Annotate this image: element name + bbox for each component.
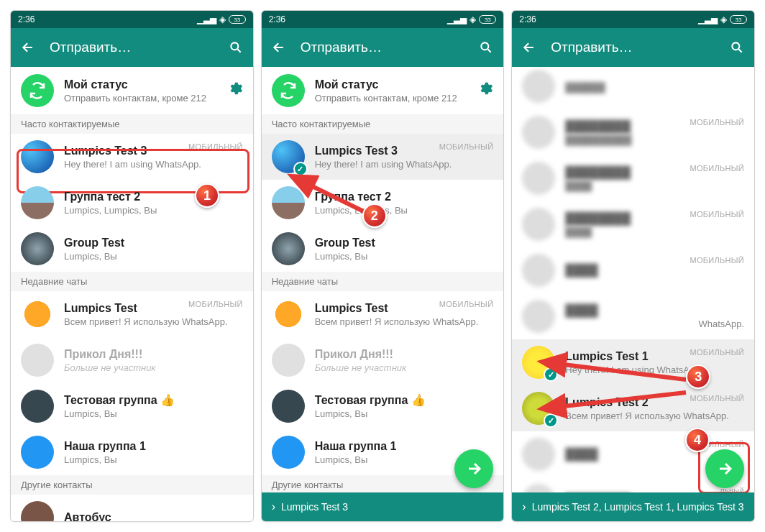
app-header: Отправить… (262, 28, 504, 67)
section-recent: Недавние чаты (262, 272, 504, 291)
chevron-right-icon: › (522, 500, 526, 513)
avatar (272, 390, 305, 423)
tag-mobile: МОБИЛЬНЫЙ (690, 394, 744, 403)
wifi-icon: ◈ (469, 14, 476, 24)
contact-lumpics-test-3-selected[interactable]: ✓ Lumpics Test 3 Hey there! I am using W… (262, 134, 504, 180)
contact-blurred[interactable]: ████WhatsApp. (512, 293, 754, 339)
phone-screenshot-3: 2:36 ▁▃▅ ◈ 33 Отправить… ██████ ████████… (511, 10, 755, 522)
tag-mobile: МОБИЛЬНЫЙ (439, 300, 494, 308)
contact-blurred[interactable]: ████████████ МОБИЛЬНЫЙ (512, 201, 754, 247)
contact-group-test[interactable]: Group Test Lumpics, Вы (11, 226, 253, 272)
contact-prikol[interactable]: Прикол Дня!!! Больше не участник (11, 337, 253, 383)
blurred-text: ████ (565, 264, 744, 277)
search-icon[interactable] (227, 39, 244, 56)
blurred-text: ██████ (565, 82, 744, 93)
status-bar: 2:36 ▁▃▅ ◈ 33 (512, 11, 754, 28)
avatar (21, 501, 54, 521)
my-status-sub: Отправить контактам, кроме 212 (315, 93, 468, 104)
status-refresh-icon (21, 74, 54, 107)
gear-icon[interactable] (227, 81, 243, 101)
avatar (21, 232, 54, 265)
contact-status: Больше не участник (64, 362, 243, 373)
section-frequent: Часто контактируемые (262, 114, 504, 134)
status-right: ▁▃▅ ◈ 33 (197, 14, 246, 24)
my-status-title: Мой статус (315, 78, 468, 91)
tag-mobile: МОБИЛЬНЫЙ (188, 300, 243, 308)
contact-status: Lumpics, Lumpics, Вы (64, 205, 243, 216)
avatar (21, 344, 54, 377)
contact-our-group-1[interactable]: Наша группа 1 Lumpics, Вы (11, 429, 253, 475)
avatar: ✓ (272, 140, 305, 173)
contact-name: Group Test (64, 237, 243, 249)
contact-status: Lumpics, Вы (315, 408, 494, 419)
svg-point-3 (732, 42, 739, 50)
contact-lumpics-test[interactable]: Lumpics Test Всем привет! Я использую Wh… (262, 291, 504, 337)
section-other: Другие контакты (11, 475, 253, 495)
contact-blurred[interactable]: ██████ (512, 67, 754, 109)
check-badge-icon: ✓ (293, 162, 308, 176)
avatar (522, 162, 555, 195)
red-arrow-3b (549, 389, 693, 425)
svg-line-4 (558, 364, 686, 380)
my-status-row[interactable]: Мой статус Отправить контактам, кроме 21… (11, 67, 253, 114)
svg-point-1 (482, 42, 489, 50)
gear-icon[interactable] (477, 81, 493, 101)
phone2-body: Мой статус Отправить контактам, кроме 21… (262, 67, 504, 521)
contact-name: Прикол Дня!!! (64, 348, 243, 361)
my-status-title: Мой статус (64, 78, 217, 91)
send-fab[interactable] (454, 449, 493, 488)
app-header: Отправить… (512, 28, 754, 67)
contact-lumpics-test[interactable]: Lumpics Test Всем привет! Я использую Wh… (11, 291, 253, 337)
contact-group-test[interactable]: Group Test Lumpics, Вы (262, 226, 504, 272)
avatar (272, 436, 305, 469)
avatar (522, 438, 555, 471)
status-refresh-icon (272, 74, 305, 107)
contact-name: Автобус (64, 511, 243, 521)
phone1-body: Мой статус Отправить контактам, кроме 21… (11, 67, 253, 521)
back-icon[interactable] (270, 39, 288, 56)
search-icon[interactable] (477, 39, 495, 56)
contact-status: Всем привет! Я использую WhatsApp. (315, 316, 494, 327)
signal-icon: ▁▃▅ (197, 14, 216, 24)
contact-autobus[interactable]: Автобус (11, 495, 253, 521)
svg-line-2 (306, 183, 370, 214)
contact-test-group[interactable]: Тестовая группа 👍 Lumpics, Вы (11, 383, 253, 429)
back-icon[interactable] (521, 39, 538, 56)
contact-prikol[interactable]: Прикол Дня!!! Больше не участник (262, 337, 504, 383)
tag-mobile: МОБИЛЬНЫЙ (690, 118, 744, 127)
avatar (522, 300, 555, 333)
contact-name: Наша группа 1 (64, 440, 243, 453)
app-header: Отправить… (11, 28, 253, 67)
back-icon[interactable] (19, 39, 37, 56)
blurred-text: ██████████ (565, 134, 744, 145)
step-marker-4: 4 (685, 428, 710, 452)
chevron-right-icon: › (272, 500, 275, 513)
tag-mobile: МОБИЛЬНЫЙ (690, 164, 744, 173)
section-frequent: Часто контактируемые (11, 114, 253, 134)
contact-blurred[interactable]: ██████████████████ МОБИЛЬНЫЙ (512, 109, 754, 155)
send-fab[interactable] (705, 449, 744, 488)
contact-status: Lumpics, Вы (315, 251, 494, 262)
contact-blurred[interactable]: ████ МОБИЛЬНЫЙ (512, 247, 754, 293)
contact-blurred[interactable]: ████████████ МОБИЛЬНЫЙ (512, 155, 754, 201)
contact-name: Тестовая группа 👍 (315, 393, 494, 407)
phone3-body: ██████ ██████████████████ МОБИЛЬНЫЙ ████… (512, 67, 754, 521)
my-status-sub: Отправить контактам, кроме 212 (64, 93, 217, 104)
avatar (522, 116, 555, 149)
step-marker-2: 2 (362, 203, 387, 228)
contact-name: Прикол Дня!!! (315, 348, 494, 361)
wifi-icon: ◈ (219, 14, 226, 24)
contact-status: Lumpics, Вы (64, 408, 243, 419)
my-status-row[interactable]: Мой статус Отправить контактам, кроме 21… (262, 67, 504, 114)
footer-text: Lumpics Test 3 (281, 501, 348, 513)
status-bar: 2:36 ▁▃▅ ◈ 33 (262, 11, 504, 28)
tag-mobile: МОБИЛЬНЫЙ (690, 256, 744, 265)
contact-lumpics-test-3[interactable]: Lumpics Test 3 Hey there! I am using Wha… (11, 134, 253, 180)
section-recent: Недавние чаты (11, 272, 253, 291)
search-icon[interactable] (728, 39, 746, 56)
svg-line-5 (558, 393, 686, 407)
avatar (522, 70, 555, 103)
status-time: 2:36 (18, 14, 35, 24)
contact-test-group[interactable]: Тестовая группа 👍 Lumpics, Вы (262, 383, 504, 429)
battery-icon: 33 (730, 15, 747, 24)
